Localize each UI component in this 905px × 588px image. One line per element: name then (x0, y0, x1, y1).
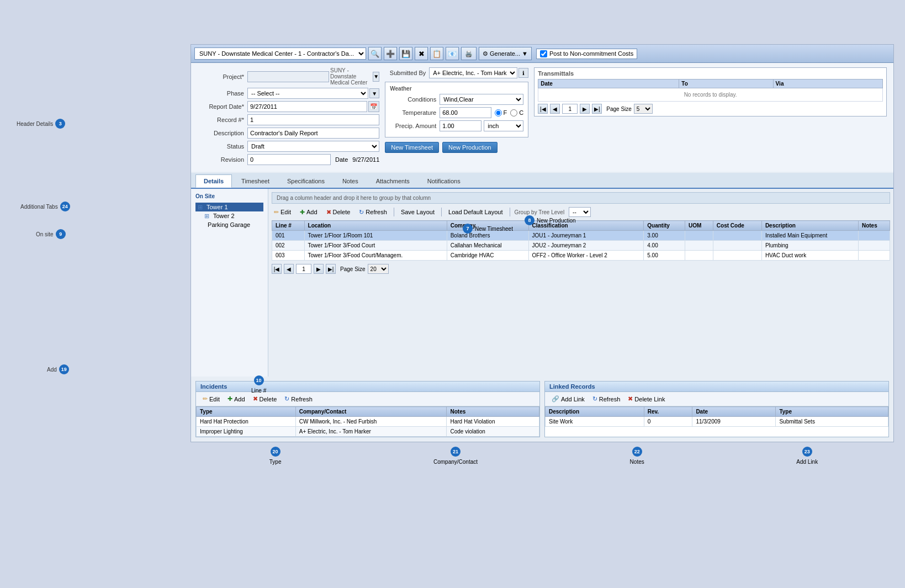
inc-col-notes[interactable]: Notes (447, 407, 539, 417)
bubble-10-container: 10 Line # (251, 375, 266, 394)
temp-f-radio[interactable] (495, 109, 502, 116)
trans-prev-page[interactable]: ◀ (550, 104, 560, 114)
col-description[interactable]: Description (761, 221, 858, 231)
grid-add-btn[interactable]: ✚ Add (298, 208, 320, 217)
inc-col-company[interactable]: Company/Contact (295, 407, 447, 417)
new-timesheet-button[interactable]: New Timesheet (385, 142, 439, 153)
project-input[interactable] (247, 71, 329, 82)
post-checkbox[interactable] (540, 50, 547, 57)
grid-page-size-select[interactable]: 20 (368, 264, 389, 274)
new-production-button[interactable]: New Production (442, 142, 498, 153)
grid-prev-page[interactable]: ◀ (284, 264, 294, 274)
submitted-by-select[interactable]: A+ Electric, Inc. - Tom Harker (429, 67, 517, 78)
date-value: 9/27/2011 (352, 156, 379, 163)
trans-page-input[interactable] (562, 104, 578, 114)
report-date-input[interactable] (247, 101, 367, 112)
description-input[interactable] (247, 128, 379, 139)
incidents-table: Type Company/Contact Notes Hard Hat Prot… (196, 406, 539, 437)
table-row[interactable]: 002 Tower 1/Floor 3/Food Court Callahan … (272, 241, 890, 251)
print-button[interactable]: 🖨️ (461, 47, 477, 60)
col-notes[interactable]: Notes (858, 221, 890, 231)
bubble-9: 9 (56, 229, 66, 239)
project-dropdown[interactable]: ▼ (373, 72, 379, 82)
tree-item-tower1[interactable]: ⊞ Tower 1 (195, 203, 263, 211)
inc-cell-notes: Code violation (447, 427, 539, 437)
incidents-header: Incidents (196, 382, 539, 392)
select-daily-report[interactable]: SUNY - Downstate Medical Center - 1 - Co… (194, 47, 366, 60)
grid-refresh-btn[interactable]: ↻ Refresh (357, 208, 389, 217)
tab-attachments[interactable]: Attachments (368, 174, 418, 188)
table-row[interactable]: 001 Tower 1/Floor 1/Room 101 Boland Brot… (272, 231, 890, 241)
precip-input[interactable] (440, 120, 481, 131)
inc-delete-btn[interactable]: ✖ Delete (251, 394, 279, 404)
link-col-date[interactable]: Date (692, 407, 776, 417)
inc-delete-icon: ✖ (253, 395, 258, 402)
trans-last-page[interactable]: ▶| (592, 104, 602, 114)
trans-page-size-select[interactable]: 5 (634, 104, 653, 114)
add-link-btn[interactable]: 🔗 Add Link (549, 394, 587, 404)
col-cost-code[interactable]: Cost Code (713, 221, 761, 231)
grid-page-input[interactable] (296, 264, 311, 274)
trans-first-page[interactable]: |◀ (538, 104, 548, 114)
col-location[interactable]: Location (304, 221, 447, 231)
conditions-select[interactable]: Wind,Clear (440, 94, 523, 105)
list-item[interactable]: Site Work 0 11/3/2009 Submittal Sets (546, 417, 888, 427)
calendar-button[interactable]: 📅 (368, 101, 379, 112)
date-label: Date (335, 156, 348, 163)
link-col-type[interactable]: Type (776, 407, 888, 417)
grid-first-page[interactable]: |◀ (272, 264, 282, 274)
list-item[interactable]: Hard Hat Protection CW Millwork, Inc. - … (197, 417, 539, 427)
grid-edit-btn[interactable]: ✏ Edit (272, 208, 293, 217)
incidents-toolbar: ✏ Edit ✚ Add ✖ Delete ↻ (196, 392, 539, 406)
inc-col-type[interactable]: Type (197, 407, 296, 417)
inc-add-btn[interactable]: ✚ Add (225, 394, 247, 404)
link-col-rev[interactable]: Rev. (644, 407, 692, 417)
delete-button[interactable]: ✖ (415, 47, 428, 60)
ann-new-production: New Production (537, 218, 576, 224)
table-row[interactable]: 003 Tower 1/Floor 3/Food Court/Managem. … (272, 251, 890, 261)
revision-input[interactable] (247, 154, 331, 165)
grid-delete-btn[interactable]: ✖ Delete (324, 208, 353, 217)
col-line[interactable]: Line # (272, 221, 305, 231)
inc-refresh-btn[interactable]: ↻ Refresh (282, 394, 315, 404)
temperature-input[interactable] (440, 107, 491, 118)
form-area: Project* SUNY - Downstate Medical Center… (191, 63, 893, 172)
bubble-19: 19 (59, 364, 69, 374)
copy-button[interactable]: 📋 (430, 47, 443, 60)
col-uom[interactable]: UOM (685, 221, 713, 231)
submitted-by-info[interactable]: ℹ (518, 68, 528, 78)
precip-unit-select[interactable]: inch (484, 120, 523, 131)
search-button[interactable]: 🔍 (368, 47, 382, 60)
tab-specifications[interactable]: Specifications (279, 174, 333, 188)
grid-next-page[interactable]: ▶ (314, 264, 324, 274)
email-button[interactable]: 📧 (446, 47, 459, 60)
inc-edit-btn[interactable]: ✏ Edit (200, 394, 222, 404)
generate-button[interactable]: ⚙ Generate... ▼ (479, 47, 532, 60)
tab-details[interactable]: Details (195, 174, 232, 188)
save-layout-btn[interactable]: Save Layout (399, 208, 437, 216)
add-button[interactable]: ➕ (384, 47, 397, 60)
link-icon: 🔗 (552, 395, 559, 402)
bubble-24: 24 (60, 202, 70, 211)
tab-notifications[interactable]: Notifications (419, 174, 469, 188)
load-default-btn[interactable]: Load Default Layout (446, 208, 505, 216)
link-col-desc[interactable]: Description (546, 407, 644, 417)
delete-link-btn[interactable]: ✖ Delete Link (626, 394, 667, 404)
tree-item-tower2[interactable]: ⊞ Tower 2 (195, 211, 263, 220)
tree-item-parking[interactable]: Parking Garage (195, 220, 263, 229)
tab-timesheet[interactable]: Timesheet (233, 174, 278, 188)
tab-notes[interactable]: Notes (334, 174, 367, 188)
phase-select[interactable]: -- Select -- (247, 88, 368, 99)
list-item[interactable]: Improper Lighting A+ Electric, Inc. - To… (197, 427, 539, 437)
grid-last-page[interactable]: ▶| (326, 264, 336, 274)
phase-dropdown[interactable]: ▼ (369, 88, 379, 98)
project-row: Project* SUNY - Downstate Medical Center… (198, 67, 379, 86)
linked-refresh-btn[interactable]: ↻ Refresh (590, 394, 623, 404)
save-button[interactable]: 💾 (399, 47, 412, 60)
status-select[interactable]: Draft (247, 141, 379, 152)
trans-next-page[interactable]: ▶ (580, 104, 590, 114)
trans-pagination: |◀ ◀ ▶ ▶| Page Size 5 (538, 104, 883, 114)
col-quantity[interactable]: Quantity (644, 221, 685, 231)
temp-c-radio[interactable] (510, 109, 517, 116)
record-input[interactable] (247, 114, 379, 125)
